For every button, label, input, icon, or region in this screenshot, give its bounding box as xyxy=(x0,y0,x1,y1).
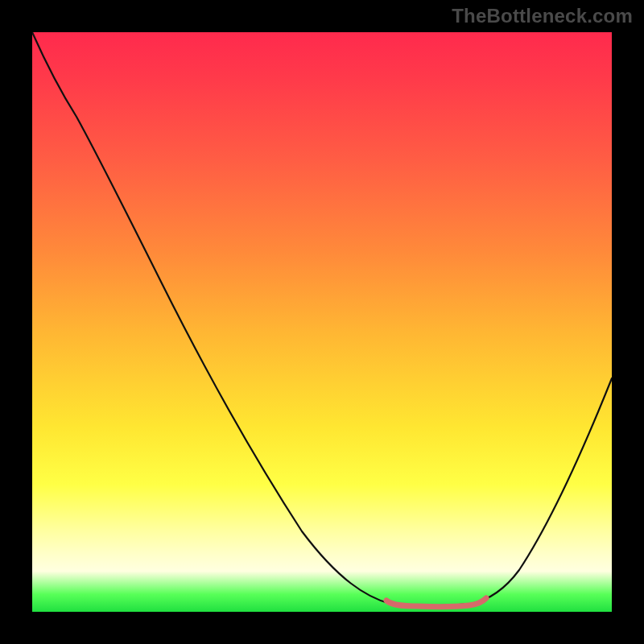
basin-highlight xyxy=(386,598,486,607)
curve-svg xyxy=(32,32,612,612)
plot-area xyxy=(32,32,612,612)
bottleneck-curve xyxy=(32,32,612,605)
chart-frame: TheBottleneck.com xyxy=(0,0,644,644)
watermark-text: TheBottleneck.com xyxy=(452,5,633,27)
